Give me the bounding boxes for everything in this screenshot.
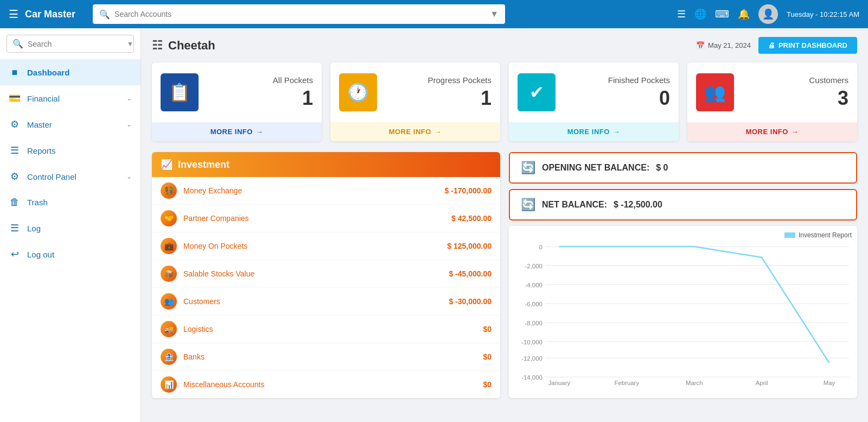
right-panel: 🔄 OPENING NET BALANCE: $ 0 🔄 NET BALANCE… xyxy=(509,152,857,398)
dashboard-header: ☷ Cheetah 📅 May 21, 2024 🖨 PRINT DASHBOA… xyxy=(152,37,857,54)
inv-row-label: Customers xyxy=(183,297,449,306)
inv-row-label: Banks xyxy=(183,352,483,361)
menu-icon[interactable]: ☰ xyxy=(677,8,686,20)
stat-cards-container: 📋 All Pockets 1 MORE INFO → 🕐 Progress P… xyxy=(152,62,857,141)
more-info-button[interactable]: MORE INFO → xyxy=(687,122,857,141)
date-text: May 21, 2024 xyxy=(708,41,751,49)
net-balance-card: 🔄 NET BALANCE: $ -12,500.00 xyxy=(509,189,857,221)
search-dropdown-arrow[interactable]: ▼ xyxy=(490,9,499,19)
hamburger-icon[interactable]: ☰ xyxy=(9,8,18,21)
sidebar-search-input[interactable] xyxy=(28,40,123,48)
grid-icon: ☷ xyxy=(152,39,163,53)
logout-icon: ↩ xyxy=(9,248,21,260)
arrow-right-icon: → xyxy=(792,128,799,136)
inv-row-value: $ 125,000.00 xyxy=(447,242,492,250)
keyboard-icon[interactable]: ⌨ xyxy=(715,8,729,20)
sidebar-item-financial[interactable]: 💳 Financial ⌄ xyxy=(0,85,141,111)
sidebar-item-master[interactable]: ⚙ Master ⌄ xyxy=(0,111,141,137)
inv-row-value: $0 xyxy=(483,380,492,389)
print-label: PRINT DASHBOARD xyxy=(778,41,847,49)
inv-row-icon: 🚚 xyxy=(161,321,177,337)
sidebar-item-label: Log out xyxy=(27,250,132,259)
inv-row-icon: 💱 xyxy=(161,182,177,199)
globe-icon[interactable]: 🌐 xyxy=(694,8,706,20)
investment-row: 🤝 Partner Companies $ 42,500.00 xyxy=(152,205,500,232)
chevron-down-icon: ⌄ xyxy=(126,121,132,128)
svg-text:-4,000: -4,000 xyxy=(525,282,542,288)
main-content: ☷ Cheetah 📅 May 21, 2024 🖨 PRINT DASHBOA… xyxy=(141,28,868,422)
datetime-display: Tuesday - 10:22:15 AM xyxy=(787,10,859,18)
more-info-button[interactable]: MORE INFO → xyxy=(152,122,322,141)
inv-row-icon: 👥 xyxy=(161,293,177,310)
more-info-label: MORE INFO xyxy=(567,128,610,136)
stat-card-all-pockets: 📋 All Pockets 1 MORE INFO → xyxy=(152,62,322,141)
chart-title-row: Investment Report xyxy=(514,231,852,239)
stat-card-label: Finished Pockets xyxy=(563,75,670,85)
sidebar-search-arrow[interactable]: ▼ xyxy=(127,40,133,48)
net-balance-label: NET BALANCE: xyxy=(542,200,607,210)
stat-card-finished-pockets: ✔ Finished Pockets 0 MORE INFO → xyxy=(509,62,679,141)
avatar[interactable]: 👤 xyxy=(758,4,778,24)
dashboard-header-right: 📅 May 21, 2024 🖨 PRINT DASHBOARD xyxy=(696,37,857,54)
inv-row-value: $0 xyxy=(483,352,492,361)
bottom-section: 📈 Investment 💱 Money Exchange $ -170,000… xyxy=(152,152,857,398)
sidebar-item-control-panel[interactable]: ⚙ Control Panel ⌄ xyxy=(0,163,141,190)
opening-balance-label: OPENING NET BALANCE: xyxy=(542,163,649,173)
inv-row-icon: 🏦 xyxy=(161,349,177,365)
investment-row: 👥 Customers $ -30,000.00 xyxy=(152,288,500,316)
sidebar-item-label: Control Panel xyxy=(27,172,120,181)
investment-row: 📦 Salable Stocks Value $ -45,000.00 xyxy=(152,260,500,288)
stat-card-icon: 📋 xyxy=(161,73,199,111)
stat-card-customers: 👥 Customers 3 MORE INFO → xyxy=(687,62,857,141)
inv-row-icon: 🤝 xyxy=(161,210,177,226)
sidebar-item-label: Master xyxy=(27,120,120,129)
main-layout: 🔍 ▼ ■ Dashboard 💳 Financial ⌄ ⚙ Master ⌄… xyxy=(0,28,868,422)
stat-card-info: All Pockets 1 xyxy=(206,75,313,110)
inv-row-value: $ -45,000.00 xyxy=(449,269,492,278)
svg-text:0: 0 xyxy=(539,244,542,250)
sidebar-item-label: Reports xyxy=(27,146,132,155)
stat-card-body: ✔ Finished Pockets 0 xyxy=(509,62,679,122)
calendar-icon: 📅 xyxy=(696,41,705,49)
master-icon: ⚙ xyxy=(9,118,21,130)
sidebar-item-logout[interactable]: ↩ Log out xyxy=(0,241,141,267)
print-dashboard-button[interactable]: 🖨 PRINT DASHBOARD xyxy=(758,37,857,54)
stat-card-body: 📋 All Pockets 1 xyxy=(152,62,322,122)
more-info-button[interactable]: MORE INFO → xyxy=(509,122,679,141)
chart-legend-box xyxy=(784,232,795,238)
global-search-input[interactable] xyxy=(114,10,490,18)
sidebar-item-trash[interactable]: 🗑 Trash xyxy=(0,190,141,215)
sidebar-item-reports[interactable]: ☰ Reports xyxy=(0,137,141,163)
global-search-bar: 🔍 ▼ xyxy=(93,4,505,24)
stat-card-label: Progress Pockets xyxy=(385,75,492,85)
inv-row-label: Miscellaneous Accounts xyxy=(183,380,483,389)
more-info-button[interactable]: MORE INFO → xyxy=(330,122,500,141)
print-icon: 🖨 xyxy=(768,41,775,49)
inv-row-value: $ -30,000.00 xyxy=(449,297,492,306)
sidebar: 🔍 ▼ ■ Dashboard 💳 Financial ⌄ ⚙ Master ⌄… xyxy=(0,28,141,422)
stat-card-info: Progress Pockets 1 xyxy=(385,75,492,110)
more-info-label: MORE INFO xyxy=(746,128,788,136)
balance-icon: 🔄 xyxy=(521,161,535,175)
inv-row-icon: 📦 xyxy=(161,266,177,282)
investment-rows: 💱 Money Exchange $ -170,000.00 🤝 Partner… xyxy=(152,177,500,398)
sidebar-item-dashboard[interactable]: ■ Dashboard xyxy=(0,60,141,85)
opening-balance-card: 🔄 OPENING NET BALANCE: $ 0 xyxy=(509,152,857,184)
sidebar-item-log[interactable]: ☰ Log xyxy=(0,215,141,241)
net-balance-value: $ -12,500.00 xyxy=(614,200,662,210)
bell-icon[interactable]: 🔔 xyxy=(738,8,750,20)
arrow-right-icon: → xyxy=(256,128,264,136)
inv-row-value: $ 42,500.00 xyxy=(451,214,492,223)
arrow-right-icon: → xyxy=(613,128,621,136)
arrow-right-icon: → xyxy=(435,128,442,136)
reports-icon: ☰ xyxy=(9,144,21,156)
stat-card-body: 👥 Customers 3 xyxy=(687,62,857,122)
top-nav-actions: ☰ 🌐 ⌨ 🔔 👤 Tuesday - 10:22:15 AM xyxy=(677,4,859,24)
svg-text:-10,000: -10,000 xyxy=(521,339,542,345)
dashboard-icon: ■ xyxy=(9,67,21,78)
investment-row: 💱 Money Exchange $ -170,000.00 xyxy=(152,177,500,205)
svg-text:-8,000: -8,000 xyxy=(525,320,542,326)
stat-card-value: 1 xyxy=(385,87,492,110)
opening-balance-value: $ 0 xyxy=(656,163,668,173)
more-info-label: MORE INFO xyxy=(210,128,253,136)
